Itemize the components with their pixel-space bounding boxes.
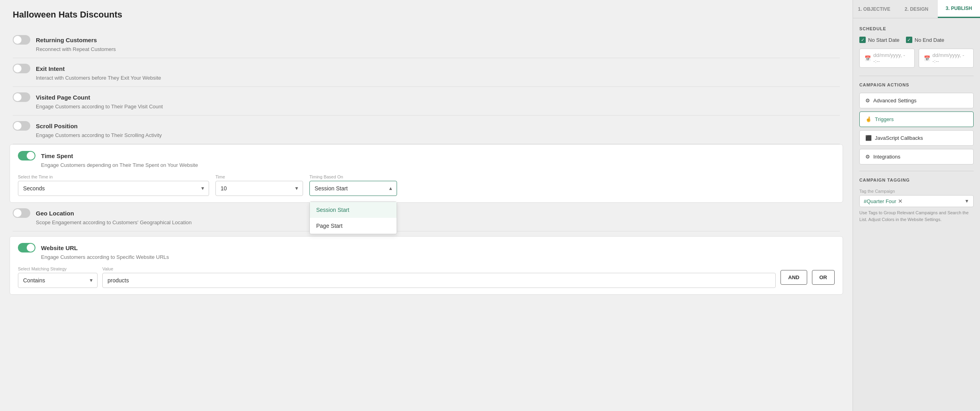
time-unit-group: Select the Time in Seconds Minutes ▼	[18, 174, 209, 196]
no-start-date-label: No Start Date	[868, 37, 900, 43]
timing-option-session-start[interactable]: Session Start	[310, 202, 397, 218]
tag-remove-button[interactable]: ✕	[898, 198, 903, 204]
tag-dropdown-arrow-icon[interactable]: ▼	[964, 198, 969, 204]
setting-title-website-url: Website URL	[41, 245, 78, 251]
toggle-time-spent[interactable]	[18, 151, 35, 160]
schedule-checkboxes: ✓ No Start Date ✓ No End Date	[859, 37, 974, 43]
setting-title-returning-customers: Returning Customers	[36, 37, 97, 43]
toggle-scroll-position[interactable]	[13, 121, 30, 131]
date-inputs-row: 📅 dd/mm/yyyy, --:-- 📅 dd/mm/yyyy, --:--	[859, 49, 974, 68]
code-icon: ⬛	[865, 135, 872, 141]
setting-desc-visited-page-count: Engage Customers according to Their Page…	[36, 104, 840, 110]
start-date-input[interactable]: 📅 dd/mm/yyyy, --:--	[859, 49, 915, 68]
setting-desc-scroll-position: Engage Customers according to Their Scro…	[36, 132, 840, 138]
tag-chip: #Quarter Four ✕	[864, 198, 903, 204]
url-strategy-select-wrapper: Contains Equals Starts With ▼	[18, 273, 98, 288]
setting-title-time-spent: Time Spent	[41, 153, 73, 159]
setting-returning-customers: Returning Customers Reconnect with Repea…	[13, 29, 840, 58]
no-start-date-item[interactable]: ✓ No Start Date	[859, 37, 900, 43]
trigger-icon: 🤞	[865, 116, 872, 122]
calendar-start-icon: 📅	[865, 55, 871, 61]
campaign-tagging-title: CAMPAIGN TAGGING	[859, 178, 974, 182]
time-unit-select[interactable]: Seconds Minutes	[18, 181, 209, 196]
page-title: Halloween Hats Discounts	[13, 10, 840, 20]
integrations-button[interactable]: ⚙ Integrations	[859, 149, 974, 164]
time-value-group: Time 10 5 15 30 ▼	[215, 174, 303, 196]
setting-desc-returning-customers: Reconnect with Repeat Customers	[36, 46, 840, 52]
tab-objective[interactable]: 1. OBJECTIVE	[853, 0, 895, 18]
toggle-returning-customers[interactable]	[13, 35, 30, 45]
timing-based-on-group: Timing Based On Session Start Page Start…	[309, 174, 397, 196]
url-value-label: Value	[102, 266, 776, 271]
setting-time-spent: Time Spent Engage Customers depending on…	[10, 144, 843, 203]
setting-title-geo-location: Geo Location	[36, 210, 74, 217]
setting-exit-intent: Exit Intent Interact with Customers befo…	[13, 58, 840, 87]
triggers-button[interactable]: 🤞 Triggers	[859, 112, 974, 127]
start-date-placeholder: dd/mm/yyyy, --:--	[873, 52, 910, 64]
time-unit-select-wrapper: Seconds Minutes ▼	[18, 181, 209, 196]
url-controls: Select Matching Strategy Contains Equals…	[18, 266, 835, 288]
setting-scroll-position: Scroll Position Engage Customers accordi…	[13, 115, 840, 144]
toggle-visited-page-count[interactable]	[13, 92, 30, 102]
tab-bar: 1. OBJECTIVE 2. DESIGN 3. PUBLISH	[853, 0, 980, 18]
toggle-exit-intent[interactable]	[13, 64, 30, 73]
url-strategy-select[interactable]: Contains Equals Starts With	[18, 273, 98, 288]
settings-list: Returning Customers Reconnect with Repea…	[13, 29, 840, 295]
right-panel: 1. OBJECTIVE 2. DESIGN 3. PUBLISH SCHEDU…	[853, 0, 980, 411]
main-content: Halloween Hats Discounts Returning Custo…	[0, 0, 853, 411]
campaign-actions-title: CAMPAIGN ACTIONS	[859, 82, 974, 87]
sliders-icon: ⚙	[865, 98, 870, 104]
toggle-geo-location[interactable]	[13, 208, 30, 218]
tag-input-wrapper[interactable]: #Quarter Four ✕ ▼	[859, 195, 974, 207]
no-end-date-checkbox[interactable]: ✓	[906, 37, 912, 43]
calendar-end-icon: 📅	[924, 55, 930, 61]
end-date-input[interactable]: 📅 dd/mm/yyyy, --:--	[919, 49, 974, 68]
no-start-date-checkbox[interactable]: ✓	[859, 37, 866, 43]
advanced-settings-button[interactable]: ⚙ Advanced Settings	[859, 93, 974, 108]
timing-select[interactable]: Session Start Page Start	[309, 181, 397, 196]
url-and-button[interactable]: AND	[780, 270, 807, 285]
setting-title-visited-page-count: Visited Page Count	[36, 94, 90, 101]
panel-body: SCHEDULE ✓ No Start Date ✓ No End Date 📅…	[853, 18, 980, 411]
divider-2	[859, 171, 974, 171]
timing-select-wrapper: Session Start Page Start ▲	[309, 181, 397, 196]
tag-value: #Quarter Four	[864, 198, 896, 204]
setting-desc-exit-intent: Interact with Customers before They Exit…	[36, 75, 840, 81]
setting-title-exit-intent: Exit Intent	[36, 65, 65, 72]
schedule-section-title: SCHEDULE	[859, 26, 974, 31]
no-end-date-label: No End Date	[915, 37, 944, 43]
js-callbacks-button[interactable]: ⬛ JavaScript Callbacks	[859, 130, 974, 146]
timing-dropdown-menu: Session Start Page Start	[309, 202, 397, 234]
setting-desc-geo-location: Scope Engagement according to Customers'…	[36, 219, 840, 225]
url-strategy-group: Select Matching Strategy Contains Equals…	[18, 266, 98, 288]
advanced-settings-label: Advanced Settings	[873, 98, 916, 104]
setting-desc-time-spent: Engage Customers depending on Their Time…	[41, 162, 835, 168]
time-value-label: Time	[215, 174, 303, 179]
gear-icon: ⚙	[865, 154, 870, 160]
toggle-website-url[interactable]	[18, 243, 35, 252]
no-end-date-item[interactable]: ✓ No End Date	[906, 37, 944, 43]
tab-publish[interactable]: 3. PUBLISH	[938, 0, 980, 18]
setting-title-scroll-position: Scroll Position	[36, 123, 78, 129]
url-strategy-label: Select Matching Strategy	[18, 266, 98, 271]
url-value-input[interactable]	[102, 273, 776, 288]
timing-label: Timing Based On	[309, 174, 397, 179]
divider-1	[859, 76, 974, 76]
timing-option-page-start[interactable]: Page Start	[310, 218, 397, 234]
setting-visited-page-count: Visited Page Count Engage Customers acco…	[13, 87, 840, 115]
integrations-label: Integrations	[873, 154, 900, 160]
js-callbacks-label: JavaScript Callbacks	[875, 135, 923, 141]
url-or-button[interactable]: OR	[812, 270, 835, 285]
setting-website-url: Website URL Engage Customers according t…	[10, 236, 843, 295]
time-value-select[interactable]: 10 5 15 30	[215, 181, 303, 196]
time-value-select-wrapper: 10 5 15 30 ▼	[215, 181, 303, 196]
triggers-label: Triggers	[875, 116, 894, 122]
tab-design[interactable]: 2. DESIGN	[895, 0, 937, 18]
tag-label: Tag the Campaign	[859, 189, 974, 194]
end-date-placeholder: dd/mm/yyyy, --:--	[933, 52, 969, 64]
setting-desc-website-url: Engage Customers according to Specific W…	[41, 254, 835, 260]
time-unit-label: Select the Time in	[18, 174, 209, 179]
tag-section: Tag the Campaign #Quarter Four ✕ ▼ Use T…	[859, 189, 974, 223]
url-value-group: Value	[102, 266, 776, 288]
time-spent-controls: Select the Time in Seconds Minutes ▼ Tim…	[18, 174, 835, 196]
